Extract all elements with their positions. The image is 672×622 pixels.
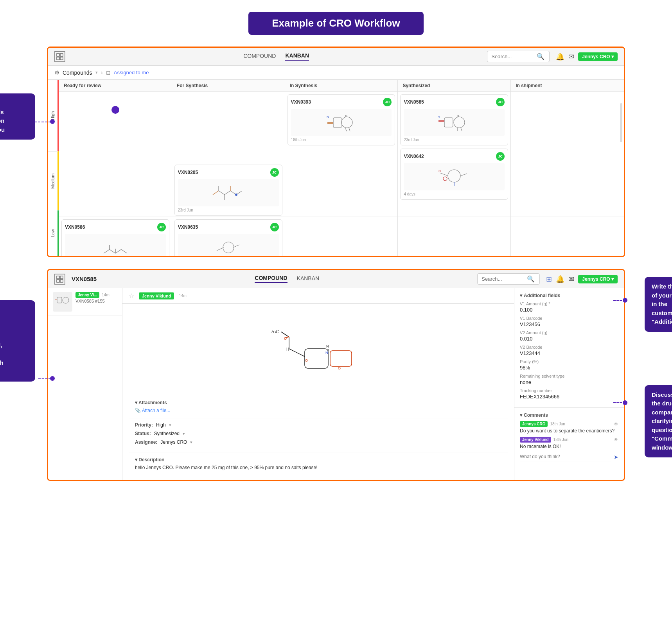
col-synthesis-low: VXN0635 JC (172, 217, 285, 256)
comments-section: ▾ Comments Jennys CRO 18th Jun 👁 D (514, 408, 624, 466)
assignee-label: Assignee: (135, 439, 157, 445)
card-avatar-vxn0642: JC (496, 152, 505, 161)
search-input-top[interactable] (491, 54, 534, 59)
description-text: hello Jennys CRO. Please make me 25 mg o… (135, 465, 501, 470)
main-title-section: Example of CRO Workflow (8, 12, 664, 35)
chevron-additional-icon: ▾ (520, 293, 522, 298)
priority-value: High (156, 422, 166, 428)
card-vxn0585-top[interactable]: VXN0585 JC (400, 94, 508, 145)
col-ready-high (59, 92, 172, 162)
svg-text:O: O (338, 366, 341, 370)
grid-icon-bottom[interactable]: ⊞ (546, 275, 552, 283)
subbar-assigned-link[interactable]: Assigned to me (114, 70, 149, 75)
comments-header[interactable]: ▾ Comments (520, 412, 618, 418)
bottom-logo (54, 274, 65, 285)
col-header-synthesized: Synthesized (398, 80, 510, 92)
col-synthesized: Synthesized VXN0585 JC (398, 80, 511, 256)
dot-right-top (623, 298, 627, 303)
mail-icon-bottom[interactable]: ✉ (568, 275, 574, 283)
priority-chevron-icon: ▾ (169, 423, 171, 428)
kanban-area: High Medium Low Ready for review (48, 80, 624, 256)
svg-text:O: O (438, 169, 441, 173)
card-vxn0586[interactable]: VXN0586 JC (61, 219, 169, 257)
tab-kanban-bottom[interactable]: KANBAN (297, 275, 320, 283)
attach-file-link[interactable]: 📎 Attach a file... (135, 408, 501, 413)
kanban-columns: Ready for review (59, 80, 624, 256)
svg-rect-61 (305, 349, 328, 368)
card-vxn0393[interactable]: VXN0393 JC (287, 94, 395, 145)
col-ready-medium (59, 162, 172, 217)
field-label-0: V1 Amount (g) * (520, 301, 618, 306)
card-id-vxn0586: VXN0586 (65, 224, 85, 230)
col-in-synthesis-high: VXN0393 JC (285, 92, 398, 162)
comment-input[interactable] (520, 452, 611, 461)
col-ready-for-review: Ready for review (59, 80, 172, 256)
svg-line-37 (461, 128, 462, 131)
subbar-compounds-label[interactable]: Compounds (63, 70, 92, 76)
svg-text:N: N (327, 115, 329, 118)
card-date-vxn0642: 4 days (404, 192, 505, 196)
bell-icon-top[interactable]: 🔔 (556, 52, 564, 61)
col-shipment-grid (511, 92, 624, 256)
svg-line-21 (233, 245, 239, 247)
chevron-comments-icon: ▾ (520, 412, 522, 418)
comment-entry-1: Jenny Viklund 18th Jun 👁 No racemate is … (520, 437, 618, 449)
field-value-0: 0.100 (520, 307, 618, 313)
tab-kanban-top[interactable]: KANBAN (285, 52, 309, 61)
main-title: Example of CRO Workflow (248, 12, 423, 35)
sidebar-time: 14m (102, 293, 109, 297)
col-synthesis-grid: VXN0205 JC (172, 92, 285, 256)
card-id-vxn0585: VXN0585 (404, 99, 424, 105)
main-molecule-area: H₃C H O (122, 304, 514, 390)
send-comment-icon[interactable]: ➤ (614, 454, 618, 460)
priority-medium-label: Medium (48, 151, 59, 210)
svg-rect-2 (57, 57, 59, 60)
svg-text:H₃C: H₃C (271, 330, 279, 334)
sidebar-item-info: Jenny Vi... 14m VXN0585 #155 (75, 292, 117, 303)
svg-rect-31 (444, 118, 453, 127)
priority-field-row: Priority: High ▾ (135, 422, 501, 428)
svg-text:H: H (286, 347, 289, 351)
field-label-6: Tracking number (520, 388, 618, 393)
comment-action-icon-0[interactable]: 👁 (614, 421, 618, 427)
page-wrapper: Example of CRO Workflow See only the com… (0, 0, 672, 622)
svg-line-60 (289, 349, 305, 357)
tab-compound-top[interactable]: COMPOUND (243, 53, 276, 60)
dot-bottom-left (50, 376, 55, 381)
top-panel-container: See only the compounds and information a… (47, 47, 625, 257)
card-id-vxn0205: VXN0205 (178, 170, 198, 175)
card-vxn0642[interactable]: VXN0642 JC (400, 149, 508, 200)
col-shipment-medium (511, 162, 624, 217)
sidebar-compound-item[interactable]: Jenny Vi... 14m VXN0585 #155 (48, 288, 122, 316)
card-vxn0205[interactable]: VXN0205 JC (174, 165, 282, 216)
col-in-synthesis-grid: VXN0393 JC (285, 92, 398, 256)
user-badge-top[interactable]: Jennys CRO ▾ (578, 52, 618, 61)
comment-author-badge-1: Jenny Viklund (520, 437, 551, 443)
status-value: Synthesized (154, 431, 180, 436)
comment-entry-0: Jennys CRO 18th Jun 👁 Do you want us to … (520, 421, 618, 434)
subbar-filter-icon: ⊟ (106, 70, 111, 76)
search-input-bottom[interactable] (482, 276, 525, 282)
col-in-synthesis-low (285, 217, 398, 256)
field-label-1: V1 Barcode (520, 316, 618, 321)
tab-compound-bottom[interactable]: COMPOUND (255, 275, 287, 283)
user-badge-bottom[interactable]: Jennys CRO ▾ (578, 275, 618, 283)
svg-line-28 (349, 128, 350, 131)
field-value-4: 98% (520, 365, 618, 371)
additional-fields-header[interactable]: ▾ Additional fields (520, 293, 618, 298)
right-panel: ▾ Additional fields V1 Amount (g) * 0.10… (514, 288, 624, 480)
card-avatar-vxn0393: JC (383, 98, 392, 106)
bell-icon-bottom[interactable]: 🔔 (556, 275, 564, 283)
comment-action-icon-1[interactable]: 👁 (614, 437, 618, 443)
bottom-search-box: 🔍 (477, 273, 540, 285)
svg-line-41 (440, 173, 448, 176)
col-for-synthesis: For Synthesis VXN0205 JC (172, 80, 285, 256)
annotation-right-bottom: Discuss with the drug discovery company … (645, 385, 672, 458)
svg-point-32 (454, 117, 465, 128)
card-vxn0635[interactable]: VXN0635 JC (174, 219, 282, 257)
comment-text-1: No racemate is OK! (520, 444, 618, 449)
star-icon[interactable]: ☆ (129, 292, 134, 299)
mail-icon-top[interactable]: ✉ (568, 52, 574, 61)
card-id-vxn0642: VXN0642 (404, 154, 424, 159)
attachments-header[interactable]: ▾ Attachments (135, 400, 501, 405)
